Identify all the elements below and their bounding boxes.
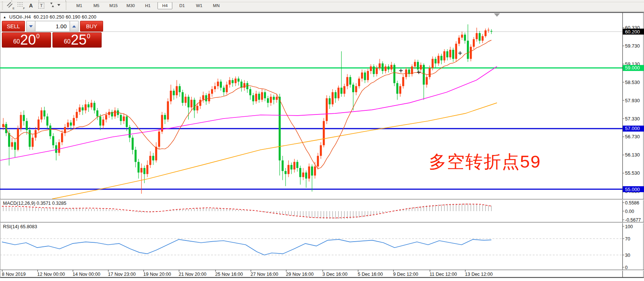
rsi-indicator-label: RSI(14) 65.8083 xyxy=(3,224,37,229)
svg-text:25 Nov 16:00: 25 Nov 16:00 xyxy=(215,272,243,277)
ohlc-low: 60.190 xyxy=(66,14,80,20)
svg-text:56.130: 56.130 xyxy=(625,152,640,158)
timeframe-button-W1[interactable]: W1 xyxy=(192,2,207,9)
svg-text:56.730: 56.730 xyxy=(625,134,640,139)
ohlc-high: 60.250 xyxy=(50,14,64,20)
svg-text:21 Nov 20:00: 21 Nov 20:00 xyxy=(179,272,206,277)
svg-text:0.5586: 0.5586 xyxy=(625,200,639,206)
svg-text:13 Dec 12:00: 13 Dec 12:00 xyxy=(465,272,492,277)
ohlc-close: 60.200 xyxy=(82,14,96,20)
toolbar-grip[interactable] xyxy=(65,1,67,10)
arrows-icon xyxy=(48,1,57,10)
timeframe-button-H1[interactable]: H1 xyxy=(140,2,155,9)
text-tool-button[interactable]: A xyxy=(26,1,36,10)
buy-price-display[interactable]: 60 25 0 xyxy=(52,32,102,48)
collapse-triangle-icon[interactable]: ▲ xyxy=(3,15,6,19)
timeframe-button-M15[interactable]: M15 xyxy=(106,2,121,9)
buy-button[interactable]: BUY xyxy=(80,21,103,32)
text-tool-icon: A xyxy=(29,3,33,9)
label-tool-button[interactable]: T xyxy=(36,1,47,10)
timeframe-group: M1M5M15M30H1H4D1W1MN xyxy=(71,2,225,9)
svg-text:0.00: 0.00 xyxy=(625,209,634,214)
triangle-down-icon xyxy=(29,25,33,28)
tool-letter: E xyxy=(13,7,15,10)
sell-price-fraction: 0 xyxy=(36,33,40,40)
svg-text:100: 100 xyxy=(625,224,633,229)
timeframe-button-M1[interactable]: M1 xyxy=(72,2,87,9)
svg-text:11 Dec 12:00: 11 Dec 12:00 xyxy=(430,272,457,277)
svg-text:70: 70 xyxy=(625,236,630,242)
arrows-tool-button[interactable] xyxy=(47,1,62,10)
timeframe-button-M5[interactable]: M5 xyxy=(89,2,104,9)
svg-text:55.000: 55.000 xyxy=(625,187,640,192)
svg-text:29 Nov 16:00: 29 Nov 16:00 xyxy=(286,272,313,277)
svg-text:57.930: 57.930 xyxy=(625,98,640,103)
svg-text:14 Nov 00:00: 14 Nov 00:00 xyxy=(73,272,100,277)
svg-text:57.000: 57.000 xyxy=(625,126,640,131)
svg-text:27 Nov 16:00: 27 Nov 16:00 xyxy=(251,272,278,277)
svg-text:59.730: 59.730 xyxy=(625,43,640,49)
toolbar-top-edge xyxy=(0,0,644,2)
tool-letter: F xyxy=(23,7,25,10)
svg-text:17 Nov 23:00: 17 Nov 23:00 xyxy=(108,272,136,277)
ohlc-open: 60.210 xyxy=(34,14,48,20)
volume-decrease-button[interactable] xyxy=(26,21,35,32)
timeframe-button-D1[interactable]: D1 xyxy=(175,2,189,9)
svg-text:58.530: 58.530 xyxy=(625,80,640,85)
svg-text:57.330: 57.330 xyxy=(625,116,640,122)
timeframe-button-H4[interactable]: H4 xyxy=(157,2,172,9)
svg-text:30: 30 xyxy=(625,253,630,258)
volume-input[interactable] xyxy=(35,21,70,32)
one-click-trading-widget: SELL BUY 60 20 0 60 25 0 xyxy=(2,21,103,48)
svg-text:5 Dec 16:00: 5 Dec 16:00 xyxy=(358,272,383,277)
symbol-header: ▲ USOil-,H4 60.210 60.250 60.190 60.200 xyxy=(3,14,96,20)
svg-text:-0.5677: -0.5677 xyxy=(625,217,641,223)
svg-text:9 Dec 12:00: 9 Dec 12:00 xyxy=(393,272,418,277)
buy-price-pips: 25 xyxy=(71,33,86,46)
svg-text:19 Nov 20:00: 19 Nov 20:00 xyxy=(143,272,171,277)
svg-text:59.000: 59.000 xyxy=(625,65,640,71)
symbol-name: USOil-,H4 xyxy=(9,14,31,20)
svg-text:55.530: 55.530 xyxy=(625,170,640,176)
svg-text:12 Nov 00:00: 12 Nov 00:00 xyxy=(37,272,65,277)
timeframe-button-M30[interactable]: M30 xyxy=(123,2,138,9)
sell-price-prefix: 60 xyxy=(13,38,20,45)
label-tool-icon: T xyxy=(38,3,45,9)
sell-price-display[interactable]: 60 20 0 xyxy=(2,32,51,48)
equidistant-channel-tool-button[interactable]: E xyxy=(5,1,15,10)
svg-text:60.200: 60.200 xyxy=(625,29,640,35)
triangle-up-icon xyxy=(72,25,76,28)
sell-button[interactable]: SELL xyxy=(2,21,25,32)
chart-text-annotation: 多空转折点59 xyxy=(429,150,541,174)
buy-price-fraction: 0 xyxy=(87,33,90,40)
fibonacci-tool-button[interactable]: F xyxy=(15,1,26,10)
macd-indicator-label: MACD(12,26,9) 0.3571 0.3285 xyxy=(3,201,66,206)
toolbar-grip[interactable] xyxy=(1,1,3,10)
svg-text:3 Dec 16:00: 3 Dec 16:00 xyxy=(322,272,347,277)
buy-price-prefix: 60 xyxy=(64,38,71,45)
chevron-down-icon xyxy=(57,1,61,10)
svg-text:0: 0 xyxy=(625,265,628,270)
svg-text:8 Nov 2019: 8 Nov 2019 xyxy=(2,272,26,277)
volume-increase-button[interactable] xyxy=(70,21,79,32)
timeframe-button-MN[interactable]: MN xyxy=(209,2,224,9)
toolbar: E F A T M1M5M15M30H1H4D1W1MN xyxy=(0,0,644,12)
sell-price-pips: 20 xyxy=(20,33,36,46)
trading-terminal-window: 60.33059.73059.13058.53057.93057.33056.7… xyxy=(0,0,644,281)
